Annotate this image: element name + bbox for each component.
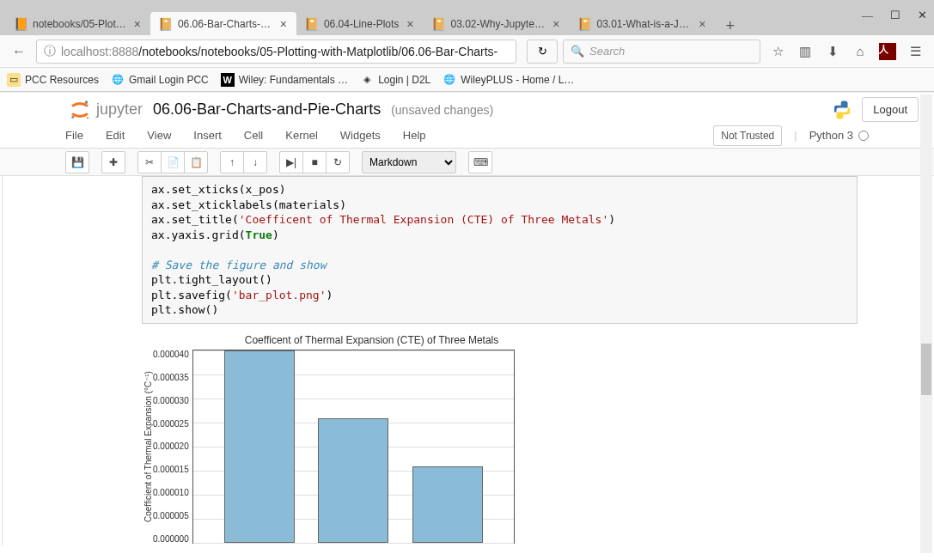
browser-tab[interactable]: 📔 03.02-Why-Jupyter… × <box>424 12 570 35</box>
kernel-status-icon <box>858 131 869 141</box>
tab-close-icon[interactable]: × <box>550 17 562 31</box>
jupyter-favicon: 📔 <box>432 17 446 31</box>
close-button[interactable]: ✕ <box>918 9 927 22</box>
jupyter-favicon: 📔 <box>578 17 592 31</box>
url-host: localhost <box>61 45 108 58</box>
logout-button[interactable]: Logout <box>862 97 919 122</box>
chart-bar <box>318 418 388 542</box>
paste-button[interactable]: 📋 <box>184 151 208 173</box>
command-palette-button[interactable]: ⌨ <box>468 151 492 173</box>
menu-cell[interactable]: Cell <box>244 129 263 142</box>
menu-view[interactable]: View <box>147 129 171 142</box>
info-icon: ⓘ <box>44 44 56 59</box>
bookmark-item[interactable]: 🌐Gmail Login PCC <box>111 73 209 87</box>
run-button[interactable]: ▶| <box>279 151 303 173</box>
stop-button[interactable]: ■ <box>302 151 327 173</box>
folder-icon: ▭ <box>7 73 21 87</box>
menu-icon[interactable]: ☰ <box>903 40 927 64</box>
code-cell[interactable]: ax.set_xticks(x_pos)ax.set_xticklabels(m… <box>142 176 858 324</box>
browser-tab[interactable]: 📙 notebooks/05-Plot… × <box>5 12 150 35</box>
menu-insert[interactable]: Insert <box>193 129 222 142</box>
menu-kernel[interactable]: Kernel <box>285 129 318 142</box>
python-icon <box>831 99 853 121</box>
save-status: (unsaved changes) <box>391 103 493 117</box>
browser-tab[interactable]: 📔 06.06-Bar-Charts-a… × <box>150 12 296 35</box>
search-placeholder: Search <box>589 45 625 58</box>
move-down-button[interactable]: ↓ <box>243 151 267 173</box>
browser-tab[interactable]: 📔 06.04-Line-Plots × <box>296 12 424 35</box>
globe-icon: 🌐 <box>443 73 456 87</box>
bookmark-item[interactable]: ◈Login | D2L <box>360 73 430 87</box>
library-icon[interactable]: ▥ <box>793 40 817 64</box>
search-icon: 🔍 <box>571 45 584 58</box>
notebook-title[interactable]: 06.06-Bar-Charts-and-Pie-Charts <box>153 100 381 119</box>
tab-close-icon[interactable]: × <box>696 17 708 31</box>
cell-type-select[interactable]: Markdown <box>362 151 456 173</box>
chart-bar <box>412 466 483 542</box>
downloads-icon[interactable]: ⬇ <box>821 40 845 64</box>
menu-widgets[interactable]: Widgets <box>340 129 381 142</box>
pdf-icon[interactable]: 人 <box>876 40 900 64</box>
scrollbar-thumb[interactable] <box>921 344 931 395</box>
new-tab-button[interactable]: + <box>716 17 746 35</box>
jupyter-toolbar: 💾 ✚ ✂ 📄 📋 ↑ ↓ ▶| ■ ↻ Markdown ⌨ <box>0 149 934 176</box>
kernel-indicator[interactable]: Python 3 <box>809 129 869 142</box>
add-cell-button[interactable]: ✚ <box>101 151 125 173</box>
menu-edit[interactable]: Edit <box>106 129 125 142</box>
tab-title: notebooks/05-Plot… <box>33 18 126 30</box>
jupyter-menu-bar: File Edit View Insert Cell Kernel Widget… <box>0 123 934 149</box>
wiley-icon: W <box>221 73 235 87</box>
tab-close-icon[interactable]: × <box>278 17 290 31</box>
tab-title: 06.06-Bar-Charts-a… <box>178 18 272 30</box>
jupyter-favicon: 📔 <box>159 17 173 31</box>
minimize-button[interactable]: — <box>862 9 873 22</box>
maximize-button[interactable]: ☐ <box>890 9 900 22</box>
url-bar[interactable]: ⓘ localhost:8888/notebooks/notebooks/05-… <box>36 40 516 64</box>
bookmarks-bar: ▭PCC Resources 🌐Gmail Login PCC WWiley: … <box>0 68 934 92</box>
chart-yticks: 0.0000400.0000350.0000300.0000250.000020… <box>153 350 192 544</box>
scrollbar[interactable] <box>920 94 932 553</box>
svg-point-1 <box>85 100 89 104</box>
tab-title: 03.02-Why-Jupyter… <box>451 18 546 30</box>
window-controls: — ☐ ✕ <box>862 7 927 24</box>
svg-point-2 <box>71 115 74 118</box>
cut-button[interactable]: ✂ <box>137 151 162 173</box>
chart-bar <box>224 350 295 543</box>
home-icon[interactable]: ⌂ <box>848 40 872 64</box>
svg-point-3 <box>87 116 89 118</box>
chart-plot-area <box>192 350 515 544</box>
back-button[interactable]: ← <box>7 40 31 64</box>
tab-close-icon[interactable]: × <box>404 17 416 31</box>
refresh-button[interactable]: ↻ <box>527 40 558 64</box>
copy-button[interactable]: 📄 <box>161 151 185 173</box>
tab-title: 06.04-Line-Plots <box>324 18 399 30</box>
trust-indicator[interactable]: Not Trusted <box>713 125 782 146</box>
move-up-button[interactable]: ↑ <box>220 151 244 173</box>
jupyter-logo[interactable]: jupyter <box>15 97 143 123</box>
search-box[interactable]: 🔍 Search <box>563 40 760 64</box>
url-path: /notebooks/notebooks/05-Plotting-with-Ma… <box>138 45 498 58</box>
menu-help[interactable]: Help <box>403 129 426 142</box>
chart-title: Coefficent of Thermal Expansion (CTE) of… <box>211 334 533 346</box>
tab-close-icon[interactable]: × <box>131 17 143 31</box>
browser-nav-bar: ← ⓘ localhost:8888/notebooks/notebooks/0… <box>0 35 934 68</box>
menu-file[interactable]: File <box>65 129 83 142</box>
jupyter-logo-icon <box>67 97 93 123</box>
jupyter-favicon: 📙 <box>14 17 27 31</box>
save-button[interactable]: 💾 <box>65 151 89 173</box>
tab-title: 03.01-What-is-a-Ju… <box>597 18 692 30</box>
bookmark-item[interactable]: 🌐WileyPLUS - Home / L… <box>443 73 574 87</box>
d2l-icon: ◈ <box>360 73 374 87</box>
globe-icon: 🌐 <box>111 73 125 87</box>
bookmark-item[interactable]: ▭PCC Resources <box>7 73 99 87</box>
chart-ylabel: Coefficient of Thermal Expansion (°C⁻¹) <box>142 350 153 544</box>
notebook-body: ax.set_xticks(x_pos)ax.set_xticklabels(m… <box>2 176 932 545</box>
svg-point-0 <box>77 107 82 113</box>
browser-tab[interactable]: 📔 03.01-What-is-a-Ju… × <box>570 12 716 35</box>
bookmark-item[interactable]: WWiley: Fundamentals … <box>221 73 348 87</box>
jupyter-header: jupyter 06.06-Bar-Charts-and-Pie-Charts … <box>0 92 934 123</box>
restart-button[interactable]: ↻ <box>326 151 350 173</box>
cell-output: Coefficent of Thermal Expansion (CTE) of… <box>142 334 866 545</box>
bookmark-star-icon[interactable]: ☆ <box>766 40 790 64</box>
jupyter-favicon: 📔 <box>305 17 319 31</box>
